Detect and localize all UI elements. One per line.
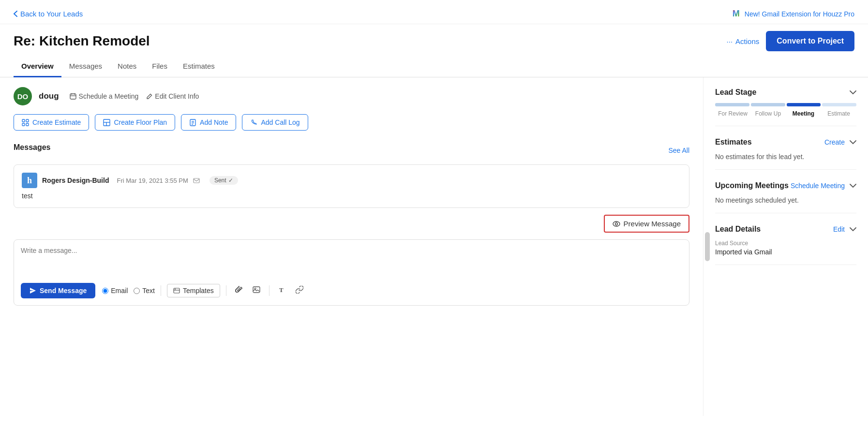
compose-toolbar: Send Message Email Text [21,283,682,298]
meetings-empty: No meetings scheduled yet. [715,196,856,204]
create-floor-plan-button[interactable]: Create Floor Plan [95,114,175,131]
message-date: Fri Mar 19, 2021 3:55 PM [117,177,188,184]
svg-point-22 [254,288,256,289]
text-format-icon: T [278,286,286,294]
estimates-section: Estimates Create No estimates for this l… [715,137,856,170]
attachment-button[interactable] [232,284,246,298]
main-layout: DO doug Schedule a Meeting Edit Client I… [0,77,868,416]
gmail-promo-text: New! Gmail Extension for Houzz Pro [745,10,854,18]
text-radio-label[interactable]: Text [134,287,155,295]
templates-button[interactable]: Templates [167,284,220,297]
estimates-expand-icon[interactable] [850,137,856,147]
stage-label-meeting: Meeting [786,110,821,117]
client-row: DO doug Schedule a Meeting Edit Client I… [14,87,689,105]
estimates-empty: No estimates for this lead yet. [715,153,856,161]
edit-lead-details-link[interactable]: Edit [833,225,845,233]
svg-rect-18 [174,288,180,293]
message-body: test [22,192,681,200]
stage-bar-estimate [822,103,856,106]
header-actions: ··· Actions Convert to Project [727,31,854,51]
lead-details-header: Lead Details Edit [715,224,856,234]
create-estimate-button[interactable]: Create Estimate [14,114,89,131]
email-radio[interactable] [102,288,108,294]
top-bar: Back to Your Leads M New! Gmail Extensio… [0,0,868,24]
messages-section-title: Messages [14,143,51,152]
schedule-meeting-link-right[interactable]: Schedule Meeting [791,182,845,190]
preview-message-button[interactable]: Preview Message [604,215,689,233]
action-buttons: Create Estimate Create Floor Plan Add No… [14,114,689,131]
avatar: DO [14,87,32,105]
tab-notes[interactable]: Notes [110,56,144,77]
toolbar-divider-1 [161,285,161,296]
stage-label-estimate: Estimate [821,110,856,117]
lead-source-value: Imported via Gmail [715,248,856,256]
edit-client-link[interactable]: Edit Client Info [146,92,199,100]
link-button[interactable] [293,284,306,298]
tabs-bar: Overview Messages Notes Files Estimates [0,56,868,77]
create-estimate-link[interactable]: Create [824,138,845,146]
client-name: doug [39,91,59,101]
grid-icon [22,119,29,126]
messages-section: Messages See All h Rogers Design-Build F… [14,143,689,306]
stage-bar-follow-up [751,103,785,106]
svg-point-16 [613,221,620,226]
send-message-button[interactable]: Send Message [21,283,95,298]
message-card: h Rogers Design-Build Fri Mar 19, 2021 3… [14,164,689,208]
sent-badge: Sent ✓ [210,176,238,185]
lead-stage-title: Lead Stage [715,88,756,97]
add-note-button[interactable]: Add Note [181,114,236,131]
tab-files[interactable]: Files [144,56,175,77]
lead-details-title: Lead Details [715,225,761,234]
calendar-icon [70,93,76,100]
meetings-expand-icon[interactable] [850,180,856,191]
svg-rect-15 [194,178,199,183]
lead-stage-section: Lead Stage For Review Follow Up Meeting … [715,87,856,126]
back-to-leads-link[interactable]: Back to Your Leads [14,10,83,18]
eye-icon [613,221,620,227]
scrollbar-handle[interactable] [705,232,710,261]
upcoming-meetings-title: Upcoming Meetings [715,181,789,190]
right-panel: Lead Stage For Review Follow Up Meeting … [703,77,868,416]
preview-btn-row: Preview Message [14,215,689,233]
houzz-logo: h [22,173,37,188]
stage-label-follow-up: Follow Up [750,110,786,117]
email-icon [193,177,200,184]
text-radio[interactable] [134,288,140,294]
see-all-link[interactable]: See All [668,147,689,154]
stage-labels: For Review Follow Up Meeting Estimate [715,110,856,117]
schedule-meeting-link[interactable]: Schedule a Meeting [70,92,139,100]
add-call-log-button[interactable]: Add Call Log [242,114,308,131]
note-icon [189,119,196,126]
tab-estimates[interactable]: Estimates [175,56,223,77]
svg-rect-6 [22,123,25,126]
link-icon [296,286,303,294]
tab-messages[interactable]: Messages [61,56,110,77]
pencil-icon [146,93,152,100]
svg-rect-5 [26,119,29,122]
message-type-group: Email Text [102,287,155,295]
email-radio-label[interactable]: Email [102,287,128,295]
actions-button[interactable]: ··· Actions [727,37,760,45]
image-icon [253,286,260,294]
convert-to-project-button[interactable]: Convert to Project [766,31,854,51]
templates-icon [173,288,180,294]
compose-box: Send Message Email Text [14,239,689,306]
stage-bar-for-review [715,103,749,106]
gmail-promo[interactable]: M New! Gmail Extension for Houzz Pro [733,9,854,19]
compose-textarea[interactable] [21,247,682,276]
lead-details-expand-icon[interactable] [850,224,856,234]
lead-stage-expand-icon[interactable] [850,87,856,97]
text-format-button[interactable]: T [275,284,289,298]
message-sender: Rogers Design-Build [42,177,109,184]
back-label: Back to Your Leads [20,10,83,18]
estimates-title: Estimates [715,138,752,147]
ellipsis-icon: ··· [727,37,733,45]
lead-source-label: Lead Source [715,240,856,247]
svg-rect-0 [70,94,76,99]
floor-plan-icon [103,119,110,126]
convert-label: Convert to Project [777,37,844,45]
image-button[interactable] [250,284,263,298]
tab-overview[interactable]: Overview [14,56,61,77]
phone-icon [250,119,257,126]
actions-label: Actions [735,37,759,45]
